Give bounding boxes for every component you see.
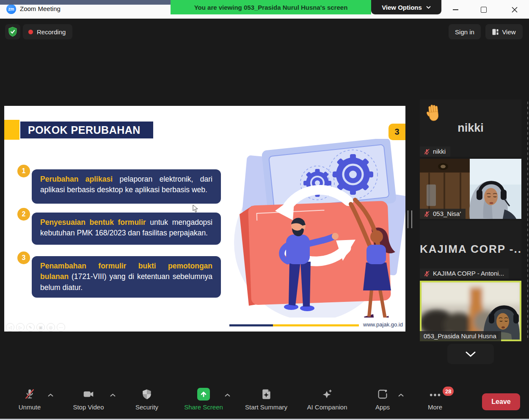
next-icon: ▷ bbox=[16, 323, 25, 332]
mouse-cursor bbox=[193, 204, 198, 213]
security-label: Security bbox=[135, 403, 158, 411]
raised-hand-icon bbox=[425, 103, 443, 122]
start-summary-label: Start Summary bbox=[245, 403, 287, 411]
mic-muted-icon bbox=[23, 388, 36, 401]
recording-dot-icon bbox=[28, 30, 33, 34]
sign-in-label: Sign in bbox=[455, 28, 474, 36]
video-options-chevron[interactable] bbox=[110, 393, 116, 397]
participant-tile-kajima[interactable]: KAJIMA CORP -... KAJIMA CORP - Antoni... bbox=[420, 221, 521, 279]
share-screen-label: Share Screen bbox=[184, 403, 223, 411]
close-icon bbox=[512, 7, 518, 13]
point-1-box: Perubahan aplikasi pelaporan elektronik,… bbox=[32, 169, 221, 204]
recording-label: Recording bbox=[37, 28, 66, 36]
point-2-box: Penyesuaian bentuk formulir untuk mengad… bbox=[32, 213, 221, 245]
security-shield-icon bbox=[141, 388, 153, 401]
participant-display-name: nikki bbox=[420, 122, 521, 135]
ai-companion-button[interactable]: AI Companion bbox=[300, 388, 355, 411]
more-label: More bbox=[428, 403, 442, 411]
point-3-number: 3 bbox=[17, 251, 31, 265]
more-icon: ⋯ bbox=[57, 323, 65, 332]
apps-label: Apps bbox=[375, 403, 390, 411]
sign-in-button[interactable]: Sign in bbox=[449, 24, 481, 39]
participant-name-text: KAJIMA CORP - Antoni... bbox=[433, 270, 504, 277]
footer-bar-yellow bbox=[273, 324, 359, 326]
participant-name-text: nikki bbox=[433, 148, 446, 155]
summary-document-icon bbox=[260, 388, 272, 401]
participant-tile-nikki[interactable]: nikki nikki bbox=[420, 99, 521, 157]
ai-companion-label: AI Companion bbox=[307, 403, 347, 411]
more-dots-icon bbox=[427, 388, 443, 401]
slide-nav-toolbar: ◁ ▷ ✎ ▣ ◎ ⋯ bbox=[6, 323, 65, 332]
start-summary-button[interactable]: Start Summary bbox=[239, 388, 294, 411]
stop-video-label: Stop Video bbox=[73, 403, 104, 411]
security-button[interactable]: Security bbox=[121, 388, 172, 411]
mic-muted-icon bbox=[424, 270, 430, 277]
slide-title: POKOK PERUBAHAN bbox=[20, 122, 153, 138]
participant-name-text: 053_Prasida Nurul Husna bbox=[424, 332, 496, 340]
participant-tile-prasida-active-speaker[interactable]: 053_Prasida Nurul Husna bbox=[420, 281, 521, 341]
gear-large-icon bbox=[333, 154, 373, 195]
participant-tile-nisa[interactable]: 053_Nisa' bbox=[420, 159, 521, 219]
slide-title-accent bbox=[4, 120, 19, 140]
stop-video-button[interactable]: Stop Video bbox=[63, 388, 114, 411]
apps-icon bbox=[376, 388, 389, 401]
unmute-button[interactable]: Unmute bbox=[4, 388, 55, 411]
meeting-info-shield-button[interactable] bbox=[5, 24, 20, 39]
view-label: View bbox=[502, 28, 515, 36]
point-2-number: 2 bbox=[17, 207, 31, 221]
share-screen-button[interactable]: Share Screen bbox=[178, 388, 229, 411]
process-change-illustration bbox=[228, 139, 405, 318]
pen-icon: ✎ bbox=[26, 323, 35, 332]
view-options-button[interactable]: View Options bbox=[371, 0, 441, 14]
leave-button[interactable]: Leave bbox=[482, 393, 520, 410]
minimize-button[interactable] bbox=[451, 5, 460, 14]
point-2-highlight: Penyesuaian bentuk formulir bbox=[40, 218, 146, 227]
share-screen-icon bbox=[197, 388, 210, 401]
shared-screen-slide: POKOK PERUBAHAN 3 1 Perubahan aplikasi p… bbox=[4, 106, 405, 332]
apps-button[interactable]: Apps bbox=[357, 388, 408, 411]
share-options-chevron[interactable] bbox=[224, 393, 231, 397]
window-title: Zoom Meeting bbox=[20, 5, 61, 12]
participant-display-name: KAJIMA CORP -... bbox=[420, 243, 521, 256]
mic-muted-icon bbox=[424, 210, 430, 217]
viewing-screen-banner: You are viewing 053_Prasida Nurul Husna'… bbox=[171, 0, 371, 14]
point-1-number: 1 bbox=[17, 164, 31, 178]
participant-name-label: 053_Nisa' bbox=[420, 209, 466, 219]
maximize-button[interactable] bbox=[479, 5, 488, 14]
participants-scrollbar[interactable] bbox=[527, 102, 528, 339]
panel-resize-handle[interactable] bbox=[408, 210, 412, 228]
participant-name-label: KAJIMA CORP - Antoni... bbox=[420, 268, 509, 279]
unmute-label: Unmute bbox=[19, 403, 41, 411]
previous-icon: ◁ bbox=[6, 323, 14, 332]
magnifier-icon: ◎ bbox=[47, 323, 55, 332]
point-1-highlight: Perubahan aplikasi bbox=[40, 175, 113, 183]
participant-name-label: nikki bbox=[420, 146, 450, 157]
ai-sparkle-icon bbox=[321, 388, 333, 401]
background-window-edge bbox=[0, 0, 171, 5]
close-button[interactable] bbox=[510, 5, 519, 14]
view-layout-button[interactable]: View bbox=[485, 24, 523, 39]
participant-name-label: 053_Prasida Nurul Husna bbox=[420, 331, 501, 341]
collapse-participants-button[interactable] bbox=[447, 344, 494, 364]
footer-url: www.pajak.go.id bbox=[363, 321, 403, 328]
footer-bar-navy bbox=[229, 324, 273, 326]
view-options-label: View Options bbox=[382, 4, 422, 11]
participant-name-text: 053_Nisa' bbox=[433, 210, 461, 217]
mic-muted-icon bbox=[424, 148, 430, 155]
unmute-options-chevron[interactable] bbox=[47, 393, 54, 397]
chevron-down-icon bbox=[466, 351, 476, 357]
chevron-down-icon bbox=[426, 6, 431, 9]
leave-label: Leave bbox=[491, 398, 510, 406]
shield-check-icon bbox=[8, 27, 17, 37]
zoom-meeting-window: zm Zoom Meeting You are viewing 053_Pras… bbox=[0, 0, 529, 420]
layout-grid-icon bbox=[492, 29, 499, 35]
video-camera-icon bbox=[82, 388, 95, 401]
more-notification-badge: 28 bbox=[443, 387, 454, 396]
apps-options-chevron[interactable] bbox=[398, 393, 404, 397]
recording-indicator: Recording bbox=[23, 24, 72, 39]
print-icon: ▣ bbox=[36, 323, 45, 332]
slide-page-number: 3 bbox=[388, 124, 405, 140]
point-3-box: Penambahan formulir bukti pemotongan bul… bbox=[32, 256, 221, 298]
zoom-app-icon: zm bbox=[6, 4, 16, 14]
